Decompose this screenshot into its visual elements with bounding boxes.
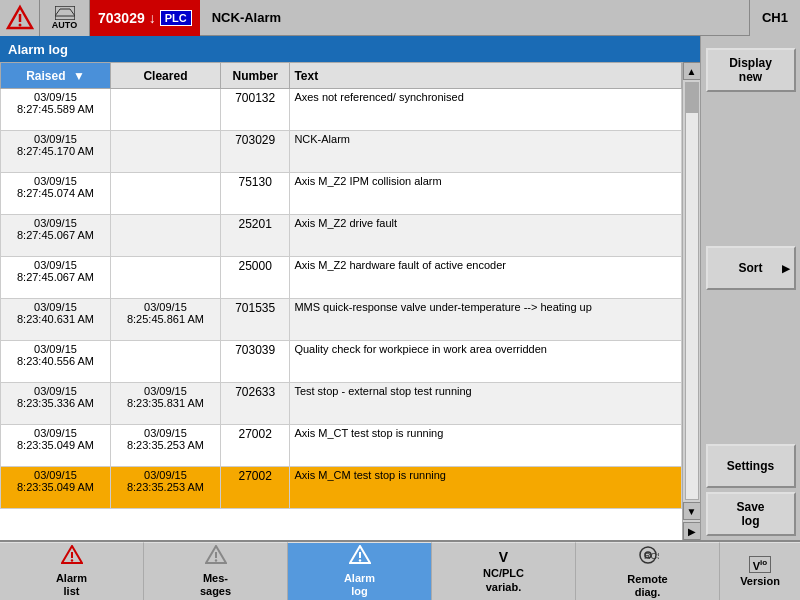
svg-marker-4: [55, 9, 75, 16]
version-icon: Vio: [749, 556, 771, 574]
table-row-raised: 03/09/15 8:27:45.170 AM: [1, 131, 111, 173]
table-row-number: 702633: [220, 383, 289, 425]
table-row[interactable]: 03/09/15 8:27:45.067 AM25000Axis M_Z2 ha…: [1, 257, 682, 299]
right-sidebar: Displaynew Sort Settings Savelog: [700, 36, 800, 540]
table-row-text: MMS quick-response valve under-temperatu…: [290, 299, 682, 341]
auto-button[interactable]: AUTO: [40, 0, 90, 36]
table-row-text: Axis M_Z2 IPM collision alarm: [290, 173, 682, 215]
alarm-code-number: 703029: [98, 10, 145, 26]
table-row[interactable]: 03/09/15 8:23:35.336 AM03/09/15 8:23:35.…: [1, 383, 682, 425]
alarm-arrow: ↓: [149, 10, 156, 26]
table-row-raised: 03/09/15 8:27:45.074 AM: [1, 173, 111, 215]
scroll-down-button[interactable]: ▼: [683, 502, 701, 520]
table-row-raised: 03/09/15 8:23:35.049 AM: [1, 425, 111, 467]
table-row-text: Axis M_CT test stop is running: [290, 425, 682, 467]
warning-icon: [0, 0, 40, 36]
settings-button[interactable]: Settings: [706, 444, 796, 488]
table-row-text: NCK-Alarm: [290, 131, 682, 173]
table-row-cleared: [110, 89, 220, 131]
scroll-up-button[interactable]: ▲: [683, 62, 701, 80]
settings-label: Settings: [727, 459, 774, 473]
col-cleared: Cleared: [110, 63, 220, 89]
table-row-cleared: [110, 341, 220, 383]
table-row-cleared: [110, 215, 220, 257]
alarm-log-label: Alarmlog: [344, 572, 375, 598]
remote-diag-label: Remotediag.: [627, 573, 667, 599]
table-row-cleared: 03/09/15 8:23:35.253 AM: [110, 467, 220, 509]
table-row-raised: 03/09/15 8:23:40.631 AM: [1, 299, 111, 341]
table-row-raised: 03/09/15 8:23:35.336 AM: [1, 383, 111, 425]
col-text: Text: [290, 63, 682, 89]
remote-diag-button[interactable]: RCS Remotediag.: [576, 542, 720, 600]
table-row-number: 703039: [220, 341, 289, 383]
display-new-button[interactable]: Displaynew: [706, 48, 796, 92]
table-row-raised: 03/09/15 8:23:40.556 AM: [1, 341, 111, 383]
sort-label: Sort: [739, 261, 763, 275]
plc-badge: PLC: [160, 10, 192, 26]
save-log-label: Savelog: [736, 500, 764, 528]
col-number: Number: [220, 63, 289, 89]
table-row-number: 25000: [220, 257, 289, 299]
table-row-cleared: [110, 257, 220, 299]
table-row-raised: 03/09/15 8:23:35.049 AM: [1, 467, 111, 509]
messages-icon: [205, 545, 227, 570]
table-row[interactable]: 03/09/15 8:27:45.589 AM700132Axes not re…: [1, 89, 682, 131]
svg-point-7: [70, 559, 72, 561]
remote-diag-icon: RCS: [637, 544, 659, 571]
scroll-thumb[interactable]: [686, 83, 698, 113]
save-log-button[interactable]: Savelog: [706, 492, 796, 536]
table-row-cleared: [110, 131, 220, 173]
alarm-log-button[interactable]: Alarmlog: [288, 542, 432, 600]
scrollbar: ▲ ▼ ▶: [682, 62, 700, 540]
table-row[interactable]: 03/09/15 8:23:40.556 AM703039Quality che…: [1, 341, 682, 383]
log-title: Alarm log: [0, 36, 700, 62]
table-row-number: 25201: [220, 215, 289, 257]
table-row-raised: 03/09/15 8:27:45.589 AM: [1, 89, 111, 131]
channel-indicator: CH1: [749, 0, 800, 36]
table-row-cleared: 03/09/15 8:23:35.831 AM: [110, 383, 220, 425]
table-row-text: Test stop - external stop test running: [290, 383, 682, 425]
alarm-code-bar: 703029 ↓ PLC: [90, 0, 200, 36]
table-row-text: Axis M_Z2 hardware fault of active encod…: [290, 257, 682, 299]
alarm-name: NCK-Alarm: [200, 10, 749, 25]
table-row-text: Quality check for workpiece in work area…: [290, 341, 682, 383]
svg-point-13: [358, 559, 360, 561]
table-row-number: 701535: [220, 299, 289, 341]
alarm-list-label: Alarmlist: [56, 572, 87, 598]
sort-button[interactable]: Sort: [706, 246, 796, 290]
nc-plc-icon: V: [499, 549, 508, 565]
table-row[interactable]: 03/09/15 8:23:35.049 AM03/09/15 8:23:35.…: [1, 467, 682, 509]
table-row[interactable]: 03/09/15 8:27:45.074 AM75130Axis M_Z2 IP…: [1, 173, 682, 215]
messages-button[interactable]: Mes-sages: [144, 542, 288, 600]
table-row[interactable]: 03/09/15 8:23:35.049 AM03/09/15 8:23:35.…: [1, 425, 682, 467]
alarm-log-table: Raised ▼ Cleared Number Text 03/09/15 8:…: [0, 62, 682, 509]
table-row-text: Axis M_Z2 drive fault: [290, 215, 682, 257]
table-row[interactable]: 03/09/15 8:27:45.170 AM703029NCK-Alarm: [1, 131, 682, 173]
table-row-number: 27002: [220, 425, 289, 467]
table-row[interactable]: 03/09/15 8:23:40.631 AM03/09/15 8:25:45.…: [1, 299, 682, 341]
version-button[interactable]: Vio Version: [720, 542, 800, 600]
table-row-number: 75130: [220, 173, 289, 215]
version-label: Version: [740, 575, 780, 587]
table-row-cleared: [110, 173, 220, 215]
alarm-list-icon: [61, 545, 83, 570]
table-row-raised: 03/09/15 8:27:45.067 AM: [1, 215, 111, 257]
main-area: Alarm log Raised ▼ Cleared Number Text: [0, 36, 800, 540]
display-new-label: Displaynew: [729, 56, 772, 84]
messages-label: Mes-sages: [200, 572, 231, 598]
top-bar: AUTO 703029 ↓ PLC NCK-Alarm CH1: [0, 0, 800, 36]
table-row-number: 27002: [220, 467, 289, 509]
table-row-number: 703029: [220, 131, 289, 173]
scroll-right-button[interactable]: ▶: [683, 522, 701, 540]
alarm-list-button[interactable]: Alarmlist: [0, 542, 144, 600]
svg-point-2: [18, 23, 21, 26]
table-row-cleared: 03/09/15 8:25:45.861 AM: [110, 299, 220, 341]
table-row-number: 700132: [220, 89, 289, 131]
scroll-track[interactable]: [685, 82, 699, 500]
table-row[interactable]: 03/09/15 8:27:45.067 AM25201Axis M_Z2 dr…: [1, 215, 682, 257]
nc-plc-button[interactable]: V NC/PLCvariab.: [432, 542, 576, 600]
svg-point-10: [214, 559, 216, 561]
auto-label: AUTO: [52, 20, 77, 30]
bottom-bar: Alarmlist Mes-sages Alarmlog V NC/PLCvar…: [0, 540, 800, 600]
nc-plc-label: NC/PLCvariab.: [483, 567, 524, 593]
